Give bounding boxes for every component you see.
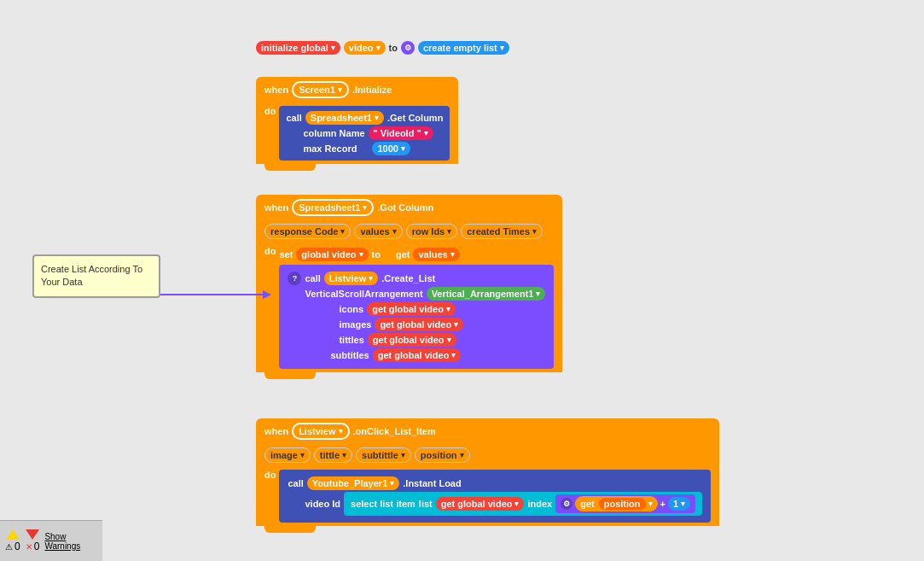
response-code-pill[interactable]: response Code <box>264 224 351 239</box>
to-label: to <box>389 43 398 53</box>
instant-load-label: .Instant Load <box>403 478 461 488</box>
do-label2: do <box>264 246 276 256</box>
youtube-player-pill[interactable]: Youtube_Player1 <box>307 476 399 490</box>
arrangement-pill[interactable]: Vertical_Arrangement1 <box>427 287 546 301</box>
global-video-pill[interactable]: global video <box>296 248 368 261</box>
subtitle-param[interactable]: subtittle <box>356 447 411 463</box>
create-empty-list[interactable]: create empty list <box>418 41 509 55</box>
get-column-label: .Get Column <box>387 113 443 123</box>
screen1-pill[interactable]: Screen1 <box>292 81 349 98</box>
created-times-pill[interactable]: created Times <box>461 224 543 239</box>
video-variable[interactable]: video <box>344 41 386 55</box>
row-ids-pill[interactable]: row Ids <box>406 224 458 239</box>
get-global-video1[interactable]: get global video <box>367 302 456 316</box>
block-initialize-global: initialize global video to ⚙ create empt… <box>256 41 509 55</box>
get-global-video3[interactable]: get global video <box>368 333 456 347</box>
call-label1: call <box>286 113 301 123</box>
tooltip-text: Create List According To Your Data <box>41 264 142 287</box>
down-arrow-icon <box>26 529 39 540</box>
math-connector: ⚙ <box>561 498 572 510</box>
warning-count: 0 <box>15 541 20 552</box>
connector1: ⚙ <box>401 41 415 55</box>
connector3 <box>384 250 392 259</box>
up-arrow-icon <box>6 529 20 540</box>
call-label3: call <box>288 478 303 488</box>
image-param[interactable]: image <box>264 447 311 463</box>
video-id-value[interactable]: " VideoId " <box>369 126 433 140</box>
do-label1: do <box>264 106 276 116</box>
error-icon: ✕ <box>26 542 32 552</box>
vertical-scroll-label: VerticalScrollArrangement <box>305 289 422 299</box>
to-label2: to <box>372 249 381 260</box>
get-global-video2[interactable]: get global video <box>375 318 463 331</box>
tooltip-box: Create List According To Your Data <box>32 254 160 298</box>
do-label3: do <box>264 470 276 480</box>
max-value[interactable]: 1000 <box>372 142 410 155</box>
select-list-item-label: select list item <box>351 499 416 509</box>
video-id-label: video Id <box>305 499 340 509</box>
subtitles-label: subtitles <box>330 350 369 360</box>
title-param[interactable]: tittle <box>314 447 352 463</box>
canvas: initialize global video to ⚙ create empt… <box>0 0 924 561</box>
show-warnings-button[interactable]: Show Warnings <box>44 532 97 551</box>
icons-label: icons <box>339 304 363 314</box>
column-name-label: column Name <box>303 128 364 138</box>
listview-onclick-pill[interactable]: Listview <box>292 423 349 440</box>
block-screen-initialize: when Screen1 .Initialize do call Spreads… <box>256 77 458 171</box>
status-bar: ⚠ 0 ✕ 0 Show Warnings <box>0 520 102 561</box>
spreadsheet1-pill2[interactable]: Spreadsheet1 <box>292 199 374 216</box>
when-label1: when <box>264 85 288 95</box>
onclick-label: .onClick_List_Item <box>353 426 436 436</box>
block-onclick-list: when Listview .onClick_List_Item image t… <box>256 418 719 533</box>
max-record-label: max Record <box>303 143 357 154</box>
warning-icon: ⚠ <box>5 542 13 552</box>
get-global-video4[interactable]: get global video <box>373 348 462 362</box>
one-value[interactable]: 1 <box>668 497 690 511</box>
set-label: set <box>279 249 293 260</box>
got-column-label: .Got Column <box>377 202 433 213</box>
position-var-pill: position <box>599 498 646 510</box>
images-label: images <box>339 319 371 330</box>
plus-label: + <box>660 499 665 509</box>
call-label2: call <box>305 273 320 283</box>
create-list-label: .Create_List <box>381 273 435 283</box>
connector2 <box>360 144 369 153</box>
block-got-column: when Spreadsheet1 .Got Column response C… <box>256 195 562 379</box>
tooltip-arrow <box>160 282 271 307</box>
values-get-pill[interactable]: values <box>413 248 459 261</box>
when-label3: when <box>264 426 288 436</box>
get-label: get <box>396 249 410 260</box>
position-param[interactable]: position <box>415 447 470 463</box>
titles-label: tittles <box>339 335 363 345</box>
initialize-global-label[interactable]: initialize global <box>256 41 340 55</box>
index-label: index <box>527 499 552 509</box>
question-mark: ? <box>288 272 301 285</box>
list-label: list <box>419 499 433 509</box>
get-position-pill[interactable]: get position <box>575 496 657 511</box>
spreadsheet1-pill1[interactable]: Spreadsheet1 <box>305 111 384 125</box>
initialize-label: .Initialize <box>352 85 392 95</box>
get-global-video-onclick[interactable]: get global video <box>436 497 525 511</box>
warning-section: ⚠ 0 <box>5 529 20 552</box>
error-section: ✕ 0 <box>26 529 40 552</box>
error-count: 0 <box>34 541 40 552</box>
listview-pill[interactable]: Listview <box>324 272 378 285</box>
when-label2: when <box>264 202 288 213</box>
values-pill[interactable]: values <box>354 224 402 239</box>
svg-marker-1 <box>263 290 271 299</box>
